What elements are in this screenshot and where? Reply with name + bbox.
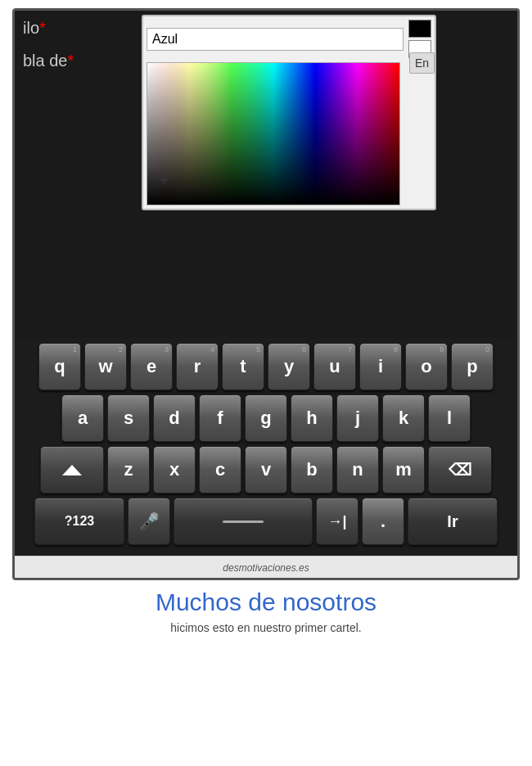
swatch-black[interactable] (408, 20, 431, 38)
shift-icon (62, 465, 82, 475)
key-m[interactable]: m (382, 446, 425, 493)
caption-title: Muchos de nosotros (12, 588, 520, 616)
key-w[interactable]: 2w (84, 343, 127, 390)
key-e[interactable]: 3e (130, 343, 173, 390)
key-b[interactable]: b (291, 446, 333, 493)
crosshair-icon: + (160, 172, 169, 188)
key-g[interactable]: g (245, 394, 287, 442)
key-a[interactable]: a (61, 394, 104, 442)
keyboard-area: 1q 2w 3e 4r 5t 6y 7u 8i 9o 0p a s d f g … (15, 338, 517, 556)
key-c[interactable]: c (199, 446, 241, 493)
backspace-icon: ⌫ (449, 460, 471, 480)
key-l[interactable]: l (428, 394, 471, 442)
key-p[interactable]: 0p (451, 343, 494, 390)
key-period[interactable]: . (362, 498, 404, 545)
key-f[interactable]: f (199, 394, 241, 442)
color-picker-popup: + En (142, 15, 436, 210)
space-bar-visual (223, 520, 264, 523)
key-z[interactable]: z (107, 446, 150, 493)
key-symbols[interactable]: ?123 (34, 498, 124, 545)
key-k[interactable]: k (382, 394, 425, 442)
key-u[interactable]: 7u (313, 343, 356, 390)
color-picker-input-row (147, 20, 431, 58)
key-s[interactable]: s (107, 394, 150, 442)
key-enter-arrow[interactable]: →| (316, 498, 358, 545)
keyboard-row-4: ?123 🎤 →| . Ir (20, 498, 512, 545)
key-d[interactable]: d (153, 394, 196, 442)
key-i[interactable]: 8i (359, 343, 402, 390)
label-bla: bla de* (23, 52, 74, 70)
key-shift[interactable] (40, 446, 104, 493)
key-v[interactable]: v (245, 446, 287, 493)
mic-icon: 🎤 (139, 511, 160, 531)
phone-frame: ilo* bla de* + En (12, 8, 520, 580)
key-backspace[interactable]: ⌫ (428, 446, 492, 493)
key-h[interactable]: h (291, 394, 333, 442)
key-space[interactable] (174, 498, 313, 545)
caption-area: Muchos de nosotros hicimos esto en nuest… (12, 588, 520, 651)
key-go[interactable]: Ir (408, 498, 498, 545)
color-text-input[interactable] (147, 28, 404, 51)
enter-button[interactable]: En (409, 52, 435, 74)
key-mic[interactable]: 🎤 (128, 498, 170, 545)
keyboard-row-2: a s d f g h j k l (20, 394, 512, 442)
key-x[interactable]: x (153, 446, 196, 493)
key-r[interactable]: 4r (176, 343, 219, 390)
key-j[interactable]: j (336, 394, 379, 442)
key-y[interactable]: 6y (268, 343, 310, 390)
color-gradient-canvas[interactable]: + (147, 62, 400, 205)
key-n[interactable]: n (336, 446, 379, 493)
color-gradient-inner (147, 63, 399, 205)
bottom-bar: desmotivaciones.es (15, 556, 517, 578)
app-area: ilo* bla de* + En (15, 11, 517, 338)
keyboard-row-1: 1q 2w 3e 4r 5t 6y 7u 8i 9o 0p (20, 343, 512, 390)
key-q[interactable]: 1q (38, 343, 81, 390)
key-t[interactable]: 5t (222, 343, 264, 390)
keyboard-row-3: z x c v b n m ⌫ (20, 446, 512, 493)
key-o[interactable]: 9o (405, 343, 448, 390)
label-ilo: ilo* (23, 19, 46, 38)
enter-arrow-icon: →| (327, 513, 346, 530)
caption-subtitle: hicimos esto en nuestro primer cartel. (12, 621, 520, 634)
bottom-bar-text: desmotivaciones.es (223, 562, 309, 574)
